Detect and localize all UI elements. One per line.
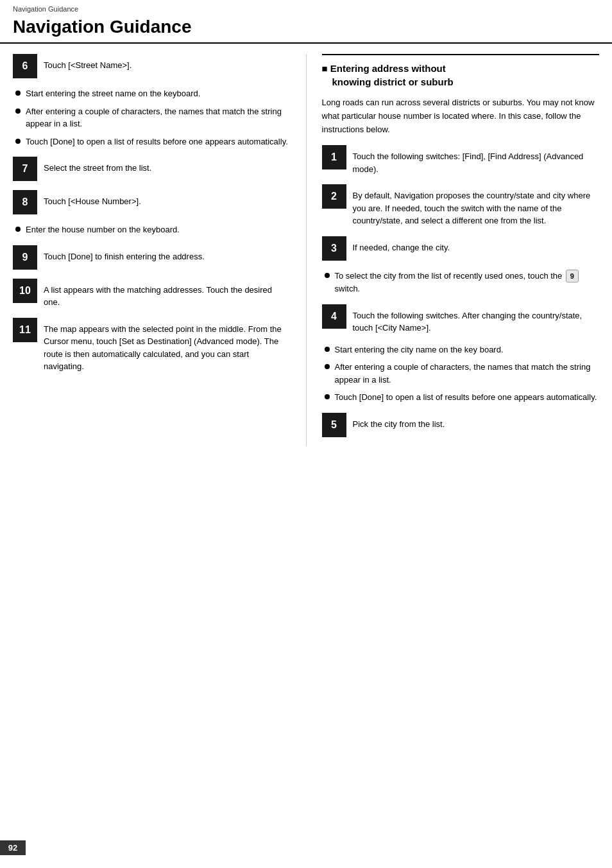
step-6-bullets: Start entering the street name on the ke…: [13, 87, 291, 148]
right-step-1-block: 1 Touch the following switches: [Find], …: [322, 145, 600, 175]
heading-icon: ■: [322, 63, 330, 74]
step-6-number: 6: [13, 54, 37, 78]
right-step-3-number: 3: [322, 236, 346, 261]
city-bullet-list: To select the city from the list of rece…: [322, 270, 600, 295]
right-step-3-text: If needed, change the city.: [353, 236, 450, 254]
right-step-2-number: 2: [322, 184, 346, 209]
step-4-bullets: Start entering the city name on the key …: [322, 343, 600, 404]
bullet-text: Touch [Done] to open a list of results b…: [335, 391, 597, 404]
right-step-5-text: Pick the city from the list.: [353, 413, 445, 431]
right-step-5-block: 5 Pick the city from the list.: [322, 413, 600, 437]
bullet-dot: [15, 227, 21, 232]
step-9-block: 9 Touch [Done] to finish entering the ad…: [13, 245, 291, 270]
bullet-text: After entering a couple of characters, t…: [26, 105, 291, 130]
step-9-text: Touch [Done] to finish entering the addr…: [44, 245, 205, 263]
heading-line1: Entering address without: [330, 63, 446, 74]
right-step-5-number: 5: [322, 413, 346, 437]
bullet-text: Start entering the street name on the ke…: [26, 87, 200, 100]
right-column: ■ Entering address without knowing distr…: [306, 54, 600, 446]
bullet-dot: [325, 364, 330, 369]
house-bullets: Enter the house number on the keyboard.: [13, 223, 291, 236]
bullet-dot: [325, 273, 330, 278]
right-step-4-block: 4 Touch the following switches. After ch…: [322, 304, 600, 334]
right-step-2-text: By default, Navigation proposes the coun…: [353, 184, 600, 227]
bullet-item: After entering a couple of characters, t…: [325, 361, 600, 386]
step-10-block: 10 A list appears with the matching addr…: [13, 279, 291, 309]
bullet-text: Touch [Done] to open a list of results b…: [26, 135, 288, 148]
step-11-text: The map appears with the selected point …: [44, 318, 291, 373]
step-9-number: 9: [13, 245, 37, 270]
section-heading-text: ■ Entering address without knowing distr…: [322, 62, 600, 89]
left-column: 6 Touch [<Street Name>]. Start entering …: [13, 54, 291, 446]
bullet-item: To select the city from the list of rece…: [325, 270, 600, 295]
breadcrumb: Navigation Guidance: [0, 0, 612, 14]
step-11-block: 11 The map appears with the selected poi…: [13, 318, 291, 373]
step-8-block: 8 Touch [<House Number>].: [13, 190, 291, 214]
bullet-item: Start entering the street name on the ke…: [15, 87, 291, 100]
bullet-dot: [325, 394, 330, 399]
right-step-4-text: Touch the following switches. After chan…: [353, 304, 600, 334]
switch-icon: 9: [566, 270, 579, 282]
step-7-number: 7: [13, 157, 37, 181]
right-step-1-number: 1: [322, 145, 346, 169]
bullet-text: Enter the house number on the keyboard.: [26, 223, 180, 236]
bullet-item: Enter the house number on the keyboard.: [15, 223, 291, 236]
step-6-text: Touch [<Street Name>].: [44, 54, 132, 72]
right-step-4-number: 4: [322, 304, 346, 329]
bullet-dot: [15, 139, 21, 144]
bullet-text: To select the city from the list of rece…: [335, 270, 600, 295]
bullet-dot: [325, 347, 330, 352]
bullet-item: After entering a couple of characters, t…: [15, 105, 291, 130]
bullet-dot: [15, 108, 21, 114]
bullet-text: After entering a couple of characters, t…: [335, 361, 600, 386]
bullet-item: Touch [Done] to open a list of results b…: [15, 135, 291, 148]
right-step-1-text: Touch the following switches: [Find], [F…: [353, 145, 600, 175]
page-title: Navigation Guidance: [0, 14, 612, 44]
step-10-text: A list appears with the matching address…: [44, 279, 291, 309]
main-content: 6 Touch [<Street Name>]. Start entering …: [0, 54, 612, 446]
right-step-3-block: 3 If needed, change the city.: [322, 236, 600, 261]
bullet-item: Touch [Done] to open a list of results b…: [325, 391, 600, 404]
bullet-dot: [15, 91, 21, 96]
step-10-number: 10: [13, 279, 37, 303]
section-intro: Long roads can run across several distri…: [322, 96, 600, 136]
step-7-block: 7 Select the street from the list.: [13, 157, 291, 181]
step-6-block: 6 Touch [<Street Name>].: [13, 54, 291, 78]
step-11-number: 11: [13, 318, 37, 342]
step-8-text: Touch [<House Number>].: [44, 190, 141, 208]
section-heading: ■ Entering address without knowing distr…: [322, 54, 600, 89]
bullet-item: Start entering the city name on the key …: [325, 343, 600, 356]
heading-line2: knowing district or suburb: [322, 76, 454, 87]
bullet-text: Start entering the city name on the key …: [335, 343, 504, 356]
step-7-text: Select the street from the list.: [44, 157, 151, 175]
step-8-number: 8: [13, 190, 37, 214]
right-step-2-block: 2 By default, Navigation proposes the co…: [322, 184, 600, 227]
page-number: 92: [0, 840, 26, 855]
